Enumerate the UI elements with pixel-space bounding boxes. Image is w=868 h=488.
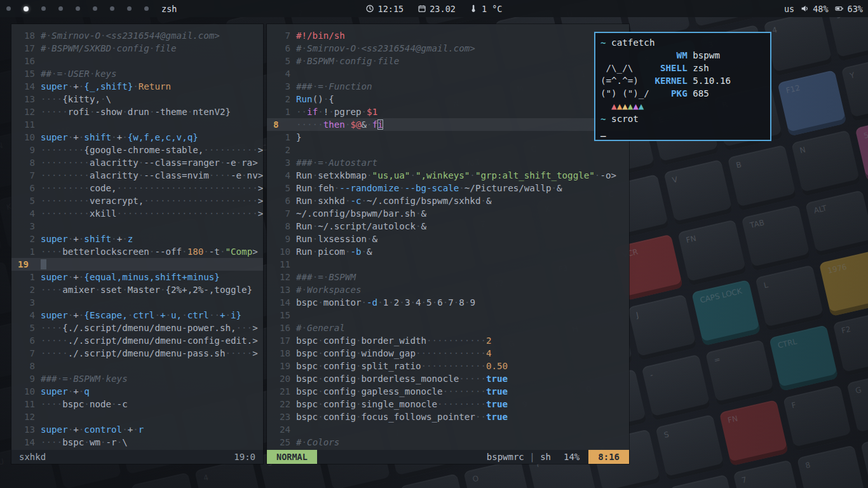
code-line: 13#·Workspaces	[267, 283, 629, 296]
code-line: 10Run·picom·-b·&	[267, 245, 629, 258]
code-line: 6#·Smirnov-O·<ss2316544@gmail.com>	[267, 42, 629, 55]
desktop: QWERTYUIOPASDFGHJKLZXCVBNM1234567890-=F1…	[0, 0, 868, 488]
editor-lines-right: 7#!/bin/sh6#·Smirnov-O·<ss2316544@gmail.…	[267, 24, 629, 449]
code-line: 11	[267, 258, 629, 271]
code-line: 2	[267, 144, 629, 156]
temperature-module: 1 °C	[470, 4, 503, 14]
fetch-row: (") (")_/ PKG 685	[600, 87, 765, 100]
code-line: 12###·=·BSPWM	[267, 271, 629, 283]
cursor-position-badge: 8:16	[588, 450, 629, 464]
statusline-cursor-position: 19:0	[234, 452, 255, 462]
code-line: 8	[11, 360, 263, 372]
color-palette-row: ▲▲▲▲▲▲	[600, 100, 765, 112]
code-line: 20bspc·config·borderless_monocle·····tru…	[267, 372, 629, 385]
code-line: 1··if·!·pgrep·$1	[267, 105, 629, 118]
workspace-dot[interactable]	[58, 6, 63, 11]
fetch-row: /\_/\ SHELL zsh	[600, 62, 765, 74]
command-catfetch: catfetch	[611, 37, 654, 48]
workspace-dot[interactable]	[24, 6, 29, 11]
thermometer-icon	[470, 4, 478, 13]
statusline-fill	[317, 450, 487, 464]
code-line: 4	[267, 67, 629, 80]
code-line: 9Run·lxsession·&	[267, 233, 629, 245]
code-line: 6Run·sxhkd·-c·~/.config/bspwm/sxhkd·&	[267, 194, 629, 207]
battery-module: 63%	[835, 4, 863, 14]
terminal-editor-bspwmrc[interactable]: 7#!/bin/sh6#·Smirnov-O·<ss2316544@gmail.…	[267, 24, 629, 464]
prompt-line-2: ~ scrot	[600, 112, 765, 125]
command-scrot: scrot	[611, 114, 639, 124]
code-line: 14bspc·monitor·-d·1·2·3·4·5·6·7·8·9	[267, 296, 629, 309]
statusline-file-name: sxhkd	[19, 452, 46, 462]
terminal-editor-sxhkd[interactable]: 18#·Smirnov-O·<ss2316544@gmail.com>17#·B…	[11, 24, 263, 464]
code-line: 21bspc·config·gapless_monocle········tru…	[267, 385, 629, 398]
code-line: 15##·=·USER·keys	[11, 67, 263, 80]
code-line: 13····{kitty,·\	[11, 93, 263, 105]
editor-lines-left: 18#·Smirnov-O·<ss2316544@gmail.com>17#·B…	[11, 24, 263, 449]
code-line: 5Run·feh·--randomize·--bg-scale·~/Pictur…	[267, 182, 629, 194]
workspace-dot[interactable]	[93, 6, 97, 11]
code-line: 19	[11, 258, 263, 271]
code-line: 4Run·setxkbmap·"us,ua"·",winkeys"·"grp:a…	[267, 169, 629, 182]
workspace-dot[interactable]	[110, 6, 114, 11]
code-line: 17bspc·config·border_width···········2	[267, 334, 629, 347]
code-line: 25#·Colors	[267, 436, 629, 449]
fetch-row: (=^.^=) KERNEL 5.10.16	[600, 74, 765, 87]
battery-icon	[835, 4, 844, 13]
statusline-right-group: bspwmrc | sh 14%	[487, 450, 588, 464]
catfetch-output: WM bspwm /\_/\ SHELL zsh(=^.^=) KERNEL 5…	[600, 49, 765, 100]
code-line: 22bspc·config·single_monocle·········tru…	[267, 398, 629, 410]
floating-terminal[interactable]: ~ catfetch WM bspwm /\_/\ SHELL zsh(=^.^…	[594, 32, 771, 141]
date-text: 23.02	[430, 4, 456, 14]
code-line: 17#·BSPWM/SXKBD·config·file	[11, 42, 263, 55]
code-line: 12·····rofi·-show·drun·-theme·ntenV2}	[11, 105, 263, 118]
code-line: 7#!/bin/sh	[267, 29, 629, 42]
code-line: 2super·+·shift·+·z	[11, 233, 263, 245]
code-line: 11	[11, 118, 263, 131]
code-line: 4super·+·{Escape,·ctrl·+·u,·ctrl··+·i}	[11, 309, 263, 322]
palette-swatch: ▲	[628, 101, 634, 111]
code-line: 14····bspc·wm·-r·\	[11, 436, 263, 449]
code-line: 5·········veracrypt,····················…	[11, 194, 263, 207]
window-title: zsh	[161, 4, 177, 14]
code-line: 8·········alacritty·--class=ranger·-e·ra…	[11, 156, 263, 169]
statusline-right: NORMAL bspwmrc | sh 14% 8:16	[267, 450, 629, 464]
workspace-indicators	[0, 6, 149, 11]
code-line: 12	[11, 410, 263, 423]
code-line: 15	[267, 309, 629, 322]
code-line: 19bspc·config·split_ratio············0.5…	[267, 360, 629, 372]
fetch-row: WM bspwm	[600, 49, 765, 62]
workspace-dot[interactable]	[41, 6, 46, 11]
code-line: 18#·Smirnov-O·<ss2316544@gmail.com>	[11, 29, 263, 42]
workspace-dot[interactable]	[6, 6, 11, 11]
date-module: 23.02	[417, 4, 456, 14]
code-line: 1····betterlockscreen·--off·180·-t·"Comp…	[11, 245, 263, 258]
code-line: 2Run()·{	[267, 93, 629, 105]
terminal-cursor: _	[600, 126, 606, 137]
code-line: 4·········xkill·························…	[11, 207, 263, 220]
workspace-dot[interactable]	[144, 6, 149, 11]
code-line: 18bspc·config·window_gap·············4	[267, 347, 629, 360]
code-line: 3	[11, 296, 263, 309]
code-line: 6·····./.script/dmenu/dmenu-config-edit.…	[11, 334, 263, 347]
clock-module: 12:15	[366, 4, 404, 14]
prompt-line-3: _	[600, 125, 765, 138]
code-line: 5····{./.script/dmenu/dmenu-power.sh,···…	[11, 322, 263, 334]
workspace-dot[interactable]	[76, 6, 80, 11]
bar-center-modules: 12:15 23.02 1 °C	[366, 0, 503, 17]
palette-swatch: ▲	[617, 101, 623, 111]
palette-swatch: ▲	[639, 101, 644, 111]
code-line: 9###·=·BSPWM·keys	[11, 372, 263, 385]
code-line: 8Run·~/.script/autolock·&	[267, 220, 629, 233]
code-line: 3	[11, 220, 263, 233]
volume-module[interactable]: 48%	[801, 4, 828, 14]
code-line: 10super·+·shift·+·{w,f,e,c,v,q}	[11, 131, 263, 144]
code-line: 10super·+·q	[11, 385, 263, 398]
prompt-line-1: ~ catfetch	[600, 36, 765, 49]
code-line: 1}	[267, 131, 629, 144]
code-line: 2····amixer·sset·Master·{2%+,2%-,toggle}	[11, 283, 263, 296]
workspace-dot[interactable]	[127, 6, 132, 11]
calendar-icon	[417, 4, 426, 13]
code-line: 24	[267, 423, 629, 436]
code-line: 23bspc·config·focus_follows_pointer··tru…	[267, 410, 629, 423]
palette-swatch: ▲	[611, 101, 617, 111]
